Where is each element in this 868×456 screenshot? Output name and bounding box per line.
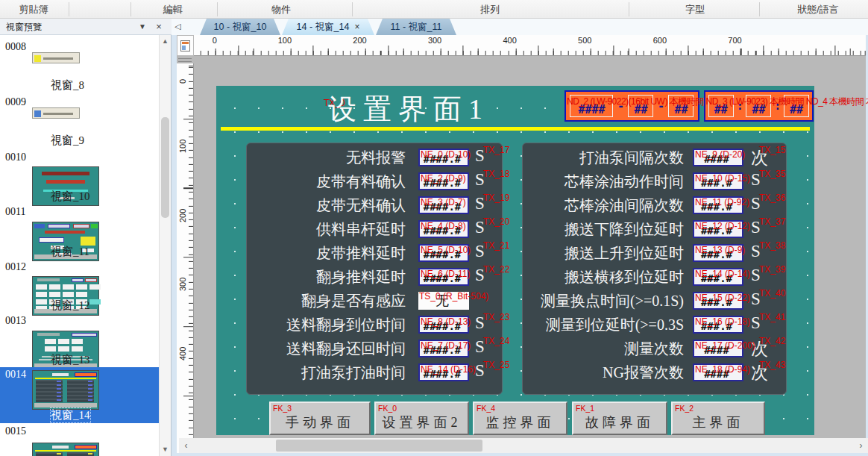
param-label[interactable]: 测量到位延时(>=0.3S — [546, 315, 684, 335]
param-label[interactable]: 测量换点时间(>=0.1S) — [541, 291, 684, 311]
value-display[interactable]: NE_3 (D-7)####.# — [418, 196, 469, 214]
sidebar-item-window-14[interactable]: 0014 視窗_14 — [0, 367, 159, 423]
unit-label: STX_17 — [475, 146, 520, 166]
menu-group-arrange[interactable]: 排列 — [480, 0, 500, 19]
param-label[interactable]: 皮带有料确认 — [316, 172, 406, 192]
fk-button-manual-screen[interactable]: FK_3 手动界面 — [269, 402, 371, 435]
ruler-tick-label: 400 — [178, 347, 187, 360]
hmi-screen-design[interactable]: TX_0 设置界面1 #### - ## - ## ## : ## : ## N… — [216, 86, 814, 435]
param-label[interactable]: 送料翻身还回时间 — [286, 339, 406, 359]
fk-button-fault-screen[interactable]: FK_1 故障界面 — [572, 402, 667, 435]
toggle-switch[interactable]: TS_0 (R_Bit-504)无 — [418, 292, 469, 310]
value-display[interactable]: NE_5 (D-10)####.# — [418, 244, 469, 262]
ruler-tick-label: 300 — [178, 278, 187, 291]
value-display[interactable]: NE_14 (D-16)####.# — [418, 363, 469, 381]
frame-strip — [172, 453, 868, 456]
unit-label: STX_21 — [475, 242, 520, 261]
param-label[interactable]: 搬送下降到位延时 — [564, 219, 684, 240]
param-label[interactable]: 皮带推料延时 — [316, 243, 406, 263]
value-display[interactable]: NE_16 (D-18)###.# — [693, 316, 743, 334]
tab-window-14[interactable]: 14 - 視窗_14× — [282, 19, 374, 35]
param-label[interactable]: 送料翻身到位时间 — [286, 315, 406, 335]
tab-window-10[interactable]: 10 - 視窗_10 — [200, 19, 280, 35]
param-label[interactable]: 翻身是否有感应 — [301, 291, 406, 311]
window-thumbnail — [32, 52, 80, 63]
value-display[interactable]: NE_8 (D-13)####.# — [418, 316, 469, 334]
hmi-screen-title[interactable]: 设置界面1 — [328, 90, 489, 128]
menu-group-edit[interactable]: 編輯 — [163, 0, 183, 19]
thumb-bar — [73, 224, 89, 228]
window-number: 0013 — [5, 315, 26, 327]
scroll-left-icon[interactable]: ‹ — [180, 438, 192, 453]
param-label[interactable]: 供料串杆延时 — [316, 219, 406, 240]
menu-bar: 剪貼簿 編輯 物件 排列 字型 狀態/語言 — [0, 0, 868, 19]
address-annotation: NE_6 (D-11) — [421, 269, 470, 279]
value-display[interactable]: NE_10 (D-15)###.# — [693, 172, 743, 190]
value-display[interactable]: NE_17 (D-200)#### — [693, 340, 743, 357]
sidebar-item-window-9[interactable]: 0009 視窗_9 — [0, 95, 159, 149]
value-display[interactable]: NE_6 (D-11)####.# — [418, 268, 469, 286]
sidebar-item-window-11[interactable]: 0011 視窗_11 — [0, 204, 159, 260]
param-row: NG报警次数 NE_18 (D-94)#### 次TX_43 — [523, 360, 786, 384]
canvas-horizontal-scrollbar[interactable]: ‹ › — [179, 438, 868, 453]
fk-button-settings-screen-2[interactable]: FK_0 设置界面2 — [374, 402, 469, 435]
fk-button-main-screen[interactable]: FK_2 主界面 — [671, 402, 765, 435]
value-display[interactable]: NE_0 (D-10)####.# — [418, 149, 469, 166]
ruler-tick-label: 100 — [178, 140, 187, 153]
tab-close-icon[interactable]: × — [354, 22, 359, 32]
sidebar-item-window-12[interactable]: 0012 視窗_12 — [0, 260, 159, 313]
param-label[interactable]: 搬送横移到位延时 — [564, 267, 684, 287]
window-thumbnail — [32, 443, 99, 456]
scroll-up-icon[interactable]: ▲ — [160, 35, 171, 48]
param-label[interactable]: 打油泵打油时间 — [301, 363, 406, 383]
window-name: 視窗_9 — [51, 134, 84, 148]
sidebar-item-window-10[interactable]: 0010 視窗_10 — [0, 150, 159, 204]
param-label[interactable]: 搬送上升到位延时 — [564, 243, 684, 263]
param-label[interactable]: NG报警次数 — [603, 363, 684, 383]
param-row: 皮带有料确认 NE_2 (D-9)####.# STX_18 — [247, 169, 502, 193]
sidebar-item-window-15[interactable]: 0015 — [0, 424, 159, 456]
divider-line[interactable] — [221, 127, 810, 131]
unit-label: STX_22 — [475, 266, 520, 285]
value-display[interactable]: NE_12 (D-12)###.# — [693, 220, 743, 238]
param-label[interactable]: 测量次数 — [624, 339, 684, 359]
value-display[interactable]: NE_4 (D-8)####.# — [418, 220, 469, 238]
value-display[interactable]: NE_7 (D-17)####.# — [418, 340, 469, 357]
value-display[interactable]: NE_15 (D-22)###.# — [693, 292, 743, 310]
value-display[interactable]: NE_9 (D-20)#### — [693, 149, 743, 166]
unit-annotation: TX_37 — [759, 216, 785, 227]
scrollbar-thumb[interactable] — [276, 440, 482, 452]
param-label[interactable]: 翻身推料延时 — [316, 267, 406, 287]
sidebar-item-window-13[interactable]: 0013 視窗_13 — [0, 313, 159, 368]
param-label[interactable]: 打油泵间隔次数 — [579, 148, 684, 168]
chevron-down-icon[interactable]: ▼ — [136, 19, 149, 35]
address-annotation: NE_4 (D-8) — [421, 221, 466, 231]
param-row: 供料串杆延时 NE_4 (D-8)####.# STX_20 — [247, 217, 502, 241]
param-row: 测量次数 NE_17 (D-200)#### 次TX_42 — [523, 337, 786, 360]
param-label[interactable]: 芯棒涂油间隔次数 — [564, 196, 684, 216]
param-label[interactable]: 皮带无料确认 — [316, 196, 406, 216]
value-display[interactable]: NE_14 (D-14)###.# — [693, 268, 743, 286]
menu-group-clipboard[interactable]: 剪貼簿 — [19, 0, 48, 19]
value-display[interactable]: NE_18 (D-94)#### — [693, 363, 743, 381]
value-display[interactable]: NE_13 (D-9)###.# — [693, 244, 743, 262]
menu-group-status-language[interactable]: 狀態/語言 — [797, 0, 839, 19]
scroll-down-icon[interactable]: ▼ — [160, 443, 171, 456]
value-display[interactable]: NE_2 (D-9)####.# — [418, 172, 469, 190]
sidebar-scrollbar[interactable]: ▲ ▼ — [159, 35, 171, 456]
scroll-right-icon[interactable]: › — [855, 438, 867, 453]
thumb-bar — [34, 224, 45, 228]
menu-group-font[interactable]: 字型 — [685, 0, 705, 19]
scrollbar-thumb[interactable] — [161, 117, 169, 218]
fk-button-monitor-screen[interactable]: FK_4 监控界面 — [473, 402, 567, 435]
param-label[interactable]: 无料报警 — [346, 148, 406, 168]
menu-group-object[interactable]: 物件 — [271, 0, 291, 19]
window-number: 0015 — [5, 425, 26, 437]
tab-window-11[interactable]: 11 - 視窗_11 — [376, 19, 456, 35]
editor-canvas[interactable]: 0 100 200 300 400 500 600 700 0 100 200 … — [172, 35, 868, 456]
tab-nav-left-icon[interactable]: ◁ — [174, 22, 180, 31]
param-label[interactable]: 芯棒涂油动作时间 — [564, 172, 684, 192]
value-display[interactable]: NE_11 (D-92)###.# — [693, 196, 743, 214]
close-icon[interactable]: × — [152, 19, 166, 35]
sidebar-item-window-8[interactable]: 0008 視窗_8 — [0, 40, 159, 93]
